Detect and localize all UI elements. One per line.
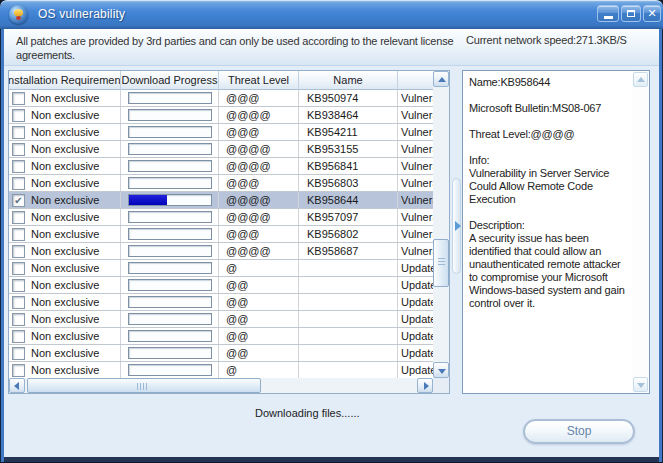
- detail-description-text: A security issue has been identified tha…: [469, 232, 628, 310]
- download-progress-cell: [121, 226, 219, 242]
- threat-level-cell: @@@: [219, 124, 299, 140]
- table-row[interactable]: Non exclusive@@@KB950974Vulnerability: [9, 90, 433, 107]
- installation-requirement-cell: Non exclusive: [9, 311, 121, 327]
- panel-splitter[interactable]: [450, 70, 462, 394]
- installation-requirement-cell: Non exclusive: [9, 226, 121, 242]
- threat-level-cell: @@: [219, 328, 299, 344]
- row-checkbox[interactable]: [12, 347, 25, 360]
- table-row[interactable]: Non exclusive@@Update: [9, 345, 433, 362]
- scroll-left-button[interactable]: [9, 378, 25, 393]
- installation-requirement-cell: ✔Non exclusive: [9, 192, 121, 208]
- row-checkbox[interactable]: [12, 228, 25, 241]
- scroll-down-button[interactable]: [433, 362, 449, 378]
- column-header-type[interactable]: [398, 71, 433, 90]
- detail-info-label: Info:: [469, 154, 628, 167]
- row-checkbox[interactable]: [12, 126, 25, 139]
- os-vulnerability-window: OS vulnerability ✕ All patches are provi…: [0, 0, 663, 463]
- row-checkbox[interactable]: [12, 364, 25, 377]
- progress-bar: [128, 262, 212, 274]
- patch-type-cell: Vulnerability: [398, 158, 433, 174]
- table-row[interactable]: Non exclusive@@@@KB953155Vulnerability: [9, 141, 433, 158]
- table-row[interactable]: Non exclusive@@Update: [9, 311, 433, 328]
- table-row[interactable]: ✔Non exclusive@@@@KB958644Vulnerability: [9, 192, 433, 209]
- download-progress-cell: [121, 277, 219, 293]
- row-checkbox[interactable]: [12, 211, 25, 224]
- table-row[interactable]: Non exclusive@@@KB956802Vulnerability: [9, 226, 433, 243]
- minimize-button[interactable]: [597, 5, 619, 22]
- table-row[interactable]: Non exclusive@Update: [9, 260, 433, 277]
- table-row[interactable]: Non exclusive@@@@KB938464Vulnerability: [9, 107, 433, 124]
- horizontal-scroll-thumb[interactable]: [27, 378, 261, 393]
- table-row[interactable]: Non exclusive@Update: [9, 362, 433, 378]
- row-checkbox[interactable]: [12, 296, 25, 309]
- column-header-installation-requirement[interactable]: Installation Requirement: [9, 71, 121, 90]
- column-header-download-progress[interactable]: Download Progress: [121, 71, 219, 90]
- window-title: OS vulnerability: [38, 7, 125, 21]
- threat-level-cell: @@@@: [219, 209, 299, 225]
- vertical-scroll-thumb[interactable]: [433, 239, 449, 287]
- detail-name-line: Name:KB958644: [469, 76, 628, 89]
- splitter-handle[interactable]: [452, 178, 461, 274]
- row-checkbox[interactable]: [12, 262, 25, 275]
- column-header-threat-level[interactable]: Threat Level: [219, 71, 299, 90]
- maximize-button[interactable]: [621, 5, 641, 22]
- row-checkbox[interactable]: [12, 279, 25, 292]
- installation-requirement-cell: Non exclusive: [9, 328, 121, 344]
- table-rows: Non exclusive@@@KB950974VulnerabilityNon…: [9, 90, 433, 378]
- network-speed-text: Current network speed:271.3KB/S: [466, 34, 627, 46]
- row-checkbox[interactable]: ✔: [12, 194, 25, 207]
- progress-bar: [128, 92, 212, 104]
- row-checkbox[interactable]: [12, 177, 25, 190]
- detail-scroll-up-button[interactable]: [633, 72, 648, 87]
- row-checkbox[interactable]: [12, 109, 25, 122]
- detail-scrollbar[interactable]: [632, 71, 649, 393]
- arrow-down-icon: [637, 383, 645, 388]
- stop-button[interactable]: Stop: [523, 419, 635, 444]
- row-checkbox[interactable]: [12, 313, 25, 326]
- patch-name-cell: KB953155: [299, 141, 398, 157]
- vertical-scrollbar[interactable]: [433, 71, 449, 378]
- download-progress-cell: [121, 294, 219, 310]
- table-row[interactable]: Non exclusive@@Update: [9, 277, 433, 294]
- patch-name-cell: [299, 328, 398, 344]
- detail-info-text: Vulnerability in Server Service Could Al…: [469, 167, 628, 206]
- table-row[interactable]: Non exclusive@@@@KB957097Vulnerability: [9, 209, 433, 226]
- row-checkbox[interactable]: [12, 160, 25, 173]
- scroll-right-button[interactable]: [417, 378, 433, 393]
- detail-scroll-down-button[interactable]: [633, 377, 648, 392]
- row-checkbox[interactable]: [12, 330, 25, 343]
- row-checkbox[interactable]: [12, 143, 25, 156]
- horizontal-scrollbar[interactable]: [9, 378, 433, 393]
- patch-name-cell: KB938464: [299, 107, 398, 123]
- table-row[interactable]: Non exclusive@@@@KB958687Vulnerability: [9, 243, 433, 260]
- patch-type-cell: Vulnerability: [398, 90, 433, 106]
- column-header-name[interactable]: Name: [299, 71, 398, 90]
- table-row[interactable]: Non exclusive@@@@KB956841Vulnerability: [9, 158, 433, 175]
- table-row[interactable]: Non exclusive@@@KB956803Vulnerability: [9, 175, 433, 192]
- patch-name-cell: [299, 260, 398, 276]
- table-row[interactable]: Non exclusive@@@KB954211Vulnerability: [9, 124, 433, 141]
- patch-type-cell: Update: [398, 345, 433, 361]
- status-message: Downloading files......: [255, 407, 360, 419]
- patch-type-cell: Vulnerability: [398, 175, 433, 191]
- progress-bar: [128, 126, 212, 138]
- row-checkbox[interactable]: [12, 92, 25, 105]
- progress-bar: [128, 313, 212, 325]
- progress-bar: [128, 330, 212, 342]
- row-checkbox[interactable]: [12, 245, 25, 258]
- table-row[interactable]: Non exclusive@@Update: [9, 294, 433, 311]
- progress-bar: [128, 211, 212, 223]
- progress-bar: [128, 160, 212, 172]
- close-button[interactable]: ✕: [643, 5, 661, 22]
- progress-bar: [128, 109, 212, 121]
- threat-level-cell: @@@@: [219, 107, 299, 123]
- patch-type-cell: Vulnerability: [398, 243, 433, 259]
- requirement-label: Non exclusive: [31, 226, 99, 242]
- requirement-label: Non exclusive: [31, 90, 99, 106]
- installation-requirement-cell: Non exclusive: [9, 107, 121, 123]
- table-row[interactable]: Non exclusive@@Update: [9, 328, 433, 345]
- download-progress-cell: [121, 107, 219, 123]
- patch-name-cell: [299, 294, 398, 310]
- progress-bar: [128, 364, 212, 376]
- scroll-up-button[interactable]: [433, 71, 449, 87]
